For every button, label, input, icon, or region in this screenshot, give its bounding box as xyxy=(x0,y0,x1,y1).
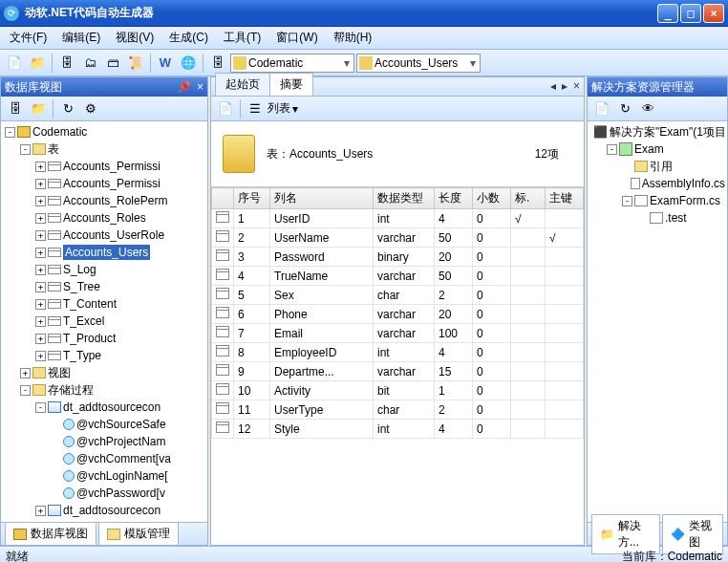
col-index[interactable]: 序号 xyxy=(234,188,270,209)
expander[interactable]: - xyxy=(5,127,15,138)
tree-param[interactable]: @vchLoginName[ xyxy=(76,468,168,484)
project-node[interactable]: Exam xyxy=(634,141,664,157)
col-type[interactable]: 数据类型 xyxy=(374,188,435,209)
table-row[interactable]: 8EmployeeIDint40 xyxy=(212,343,584,362)
expander[interactable]: + xyxy=(35,196,46,206)
tool-web[interactable]: 🌐 xyxy=(178,53,199,74)
expander[interactable]: - xyxy=(20,385,31,396)
tree-procs-group[interactable]: 存储过程 xyxy=(48,382,94,398)
file-node[interactable]: ExamForm.cs xyxy=(650,193,720,208)
tree-table[interactable]: Accounts_UserRole xyxy=(63,227,164,243)
combo-database[interactable]: Codematic xyxy=(230,54,354,73)
sol-btn3[interactable]: 👁 xyxy=(637,98,658,119)
menu-tools[interactable]: 工具(T) xyxy=(218,28,267,48)
maximize-button[interactable]: □ xyxy=(680,4,701,23)
pin-icon[interactable]: 📌 xyxy=(177,80,191,94)
tree-table[interactable]: Accounts_Permissi xyxy=(63,159,161,174)
tool-open[interactable]: 📁 xyxy=(27,53,48,74)
tree-table[interactable]: T_Content xyxy=(63,296,117,312)
table-row[interactable]: 5Sexchar20 xyxy=(212,286,584,305)
table-row[interactable]: 10Activitybit10 xyxy=(212,381,584,400)
tree-table[interactable]: T_Excel xyxy=(63,313,104,329)
tree-param[interactable]: @vchSourceSafe xyxy=(76,417,166,432)
tab-nav-right-icon[interactable]: ▸ xyxy=(562,79,567,93)
tab-start-page[interactable]: 起始页 xyxy=(215,73,270,96)
panel-close-icon[interactable]: × xyxy=(197,80,203,94)
tool-db1[interactable]: 🗄 xyxy=(56,53,77,74)
tree-table[interactable]: S_Log xyxy=(63,262,96,277)
tree-btn2[interactable]: 📁 xyxy=(28,98,49,119)
expander[interactable]: + xyxy=(35,299,46,310)
table-row[interactable]: 4TrueNamevarchar500 xyxy=(212,267,584,286)
menu-help[interactable]: 帮助(H) xyxy=(328,28,378,48)
tree-root[interactable]: Codematic xyxy=(32,124,87,140)
expander[interactable]: + xyxy=(35,230,46,241)
combo-table[interactable]: Accounts_Users xyxy=(356,54,481,73)
tree-param[interactable]: @vchProjectNam xyxy=(76,434,166,449)
db-tree[interactable]: -Codematic -表 +Accounts_Permissi+Account… xyxy=(1,121,207,522)
expander[interactable]: + xyxy=(35,506,46,516)
sol-refresh-icon[interactable]: ↻ xyxy=(614,98,635,119)
expander[interactable]: + xyxy=(35,179,46,189)
expander[interactable]: + xyxy=(35,265,46,275)
col-len[interactable]: 长度 xyxy=(435,188,473,209)
tree-proc[interactable]: dt_addtosourcecon xyxy=(63,503,161,518)
solution-node[interactable]: 解决方案"Exam"(1项目 xyxy=(610,124,726,140)
menu-window[interactable]: 窗口(W) xyxy=(270,28,323,48)
file-node[interactable]: .test xyxy=(665,210,687,226)
table-row[interactable]: 1UserIDint40√ xyxy=(212,209,584,228)
tool-new[interactable]: 📄 xyxy=(4,53,25,74)
table-row[interactable]: 3Passwordbinary200 xyxy=(212,248,584,267)
tree-table[interactable]: T_Type xyxy=(63,348,101,363)
tab-close-icon[interactable]: × xyxy=(573,79,580,93)
file-node[interactable]: AssemblyInfo.cs xyxy=(642,176,725,191)
solution-tree[interactable]: ⬛解决方案"Exam"(1项目 -Exam 引用 AssemblyInfo.cs… xyxy=(588,121,727,522)
tree-table[interactable]: T_Product xyxy=(63,331,116,346)
tool-server-icon[interactable]: 🗄 xyxy=(207,53,228,74)
table-row[interactable]: 6Phonevarchar200 xyxy=(212,305,584,324)
tree-table[interactable]: Accounts_Roles xyxy=(63,210,146,226)
tree-table[interactable]: Accounts_Users xyxy=(63,245,150,260)
expander[interactable]: - xyxy=(20,144,31,155)
tab-nav-left-icon[interactable]: ◂ xyxy=(550,79,556,93)
expander[interactable]: + xyxy=(35,162,46,172)
tree-refresh-icon[interactable]: ↻ xyxy=(57,98,78,119)
menu-edit[interactable]: 编辑(E) xyxy=(56,28,106,48)
expander[interactable]: + xyxy=(20,368,31,378)
table-row[interactable]: 12Styleint40 xyxy=(212,420,584,439)
tree-btn4[interactable]: ⚙ xyxy=(80,98,101,119)
close-button[interactable]: × xyxy=(703,4,724,23)
columns-grid[interactable]: 序号 列名 数据类型 长度 小数 标. 主键 1UserIDint40√2Use… xyxy=(211,187,584,545)
dropdown-icon[interactable]: ▾ xyxy=(292,102,298,116)
expander[interactable]: - xyxy=(607,144,617,155)
refs-node[interactable]: 引用 xyxy=(650,159,673,174)
expander[interactable]: + xyxy=(35,282,46,292)
expander[interactable]: + xyxy=(35,351,46,361)
expander[interactable]: + xyxy=(35,213,46,224)
col-dec[interactable]: 小数 xyxy=(473,188,511,209)
col-ident[interactable]: 标. xyxy=(511,188,546,209)
expander[interactable]: - xyxy=(35,402,46,413)
tree-tables-group[interactable]: 表 xyxy=(48,141,59,157)
tree-proc[interactable]: dt_adduserobject xyxy=(63,520,151,522)
expander[interactable]: + xyxy=(35,248,46,258)
tool-script[interactable]: 📜 xyxy=(125,53,146,74)
menu-build[interactable]: 生成(C) xyxy=(163,28,214,48)
tree-table[interactable]: Accounts_RolePerm xyxy=(63,193,167,208)
table-row[interactable]: 11UserTypechar20 xyxy=(212,400,584,420)
menu-file[interactable]: 文件(F) xyxy=(4,28,53,48)
tree-param[interactable]: @vchComment[va xyxy=(76,451,171,466)
summary-btn1[interactable]: 📄 xyxy=(215,98,236,119)
tree-table[interactable]: Accounts_Permissi xyxy=(63,176,161,191)
sol-btn1[interactable]: 📄 xyxy=(591,98,612,119)
table-row[interactable]: 2UserNamevarchar500√ xyxy=(212,228,584,248)
tab-summary[interactable]: 摘要 xyxy=(269,73,313,96)
expander[interactable]: - xyxy=(622,196,632,206)
table-row[interactable]: 9Departme...varchar150 xyxy=(212,362,584,381)
tool-db3[interactable]: 🗃 xyxy=(102,53,123,74)
tab-template[interactable]: 模版管理 xyxy=(98,522,179,546)
tree-views-group[interactable]: 视图 xyxy=(48,365,71,380)
expander[interactable]: + xyxy=(35,316,46,327)
tab-db-view[interactable]: 数据库视图 xyxy=(5,522,96,546)
col-name[interactable]: 列名 xyxy=(270,188,374,209)
